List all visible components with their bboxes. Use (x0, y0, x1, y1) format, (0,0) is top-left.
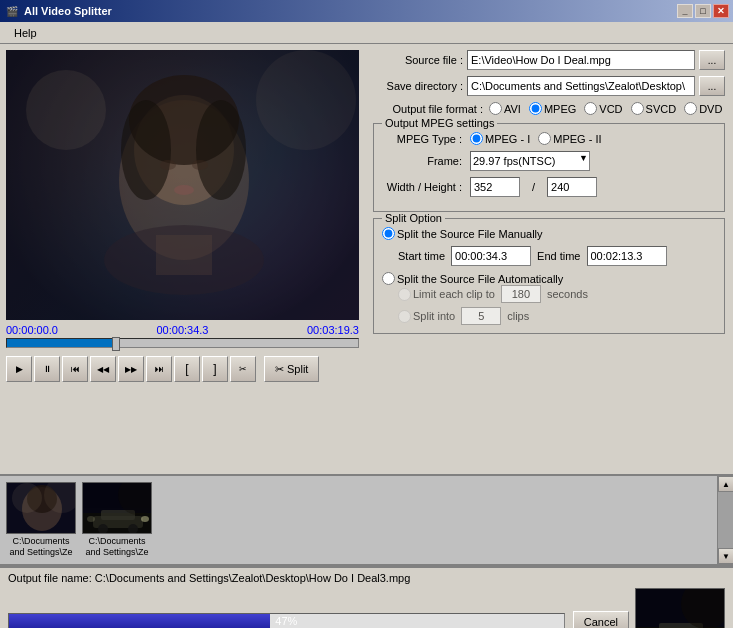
close-button[interactable]: ✕ (713, 4, 729, 18)
source-browse-button[interactable]: ... (699, 50, 725, 70)
thumbnail-item-1[interactable]: C:\Documentsand Settings\Ze (82, 482, 152, 558)
limit-value-input[interactable] (501, 285, 541, 303)
thumbnail-scrollbar[interactable]: ▲ ▼ (717, 476, 733, 564)
format-svcd[interactable]: SVCD (631, 102, 677, 115)
save-dir-input[interactable] (467, 76, 695, 96)
limit-clip-row: Limit each clip to seconds (398, 285, 716, 303)
mark-out-button[interactable]: ] (202, 356, 228, 382)
rewind-button[interactable]: ⏮ (62, 356, 88, 382)
manual-split-radio[interactable]: Split the Source File Manually (382, 227, 543, 240)
status-bar: Output file name: C:\Documents and Setti… (0, 566, 733, 628)
svg-point-7 (196, 100, 246, 200)
limit-clip-radio[interactable]: Limit each clip to (398, 288, 495, 301)
progress-fill (9, 614, 270, 628)
frame-row: Frame: 29.97 fps(NTSC) 25 fps(PAL) 23.97… (382, 151, 716, 171)
format-dvd[interactable]: DVD (684, 102, 722, 115)
mpeg-type-radio: MPEG - I MPEG - II (470, 132, 602, 145)
split-option-title: Split Option (382, 212, 445, 224)
split-unit: clips (507, 310, 529, 322)
output-filename-label: Output file name: (8, 572, 92, 584)
timeline-thumb[interactable] (112, 337, 120, 351)
pause-button[interactable]: ⏸ (34, 356, 60, 382)
split-into-row: Split into clips (398, 307, 716, 325)
end-time-input[interactable] (587, 246, 667, 266)
mpeg1-radio[interactable]: MPEG - I (470, 132, 530, 145)
width-input[interactable] (470, 177, 520, 197)
scissors-button[interactable]: ✂ (230, 356, 256, 382)
thumbnail-image-1 (82, 482, 152, 534)
start-time-input[interactable] (451, 246, 531, 266)
menu-bar: Help (0, 22, 733, 44)
manual-split-label: Split the Source File Manually (397, 228, 543, 240)
wh-label: Width / Height : (382, 181, 462, 193)
main-content: 00:00:00.0 00:00:34.3 00:03:19.3 ▶ ⏸ ⏮ ◀… (0, 44, 733, 474)
split-label: Split (287, 363, 308, 375)
wh-separator: / (532, 181, 535, 193)
svg-point-9 (104, 225, 264, 295)
mpeg-settings-title: Output MPEG settings (382, 117, 497, 129)
save-dir-row: Save directory : ... (373, 76, 725, 96)
thumb-svg-0 (7, 483, 76, 534)
mpeg-type-row: MPEG Type : MPEG - I MPEG - II (382, 132, 716, 145)
title-bar: 🎬 All Video Splitter _ □ ✕ (0, 0, 733, 22)
maximize-button[interactable]: □ (695, 4, 711, 18)
save-dir-label: Save directory : (373, 80, 463, 92)
help-menu[interactable]: Help (6, 25, 45, 41)
output-filename-value: C:\Documents and Settings\Zealot\Desktop… (95, 572, 410, 584)
step-forward-button[interactable]: ▶▶ (118, 356, 144, 382)
wh-row: Width / Height : / (382, 177, 716, 197)
video-content-svg (6, 50, 359, 320)
status-preview-thumb (635, 588, 725, 628)
source-file-row: Source file : ... (373, 50, 725, 70)
timeline-track[interactable] (6, 338, 359, 348)
svg-point-12 (174, 185, 194, 195)
thumb-svg-1 (83, 483, 152, 534)
thumbnail-strip: C:\Documentsand Settings\Ze C:\Documents… (0, 474, 733, 566)
controls-row: ▶ ⏸ ⏮ ◀◀ ▶▶ ⏭ [ ] ✂ ✂ Split (6, 356, 359, 382)
limit-unit: seconds (547, 288, 588, 300)
end-time-label: End time (537, 250, 580, 262)
scroll-up-button[interactable]: ▲ (718, 476, 733, 492)
split-into-radio[interactable]: Split into (398, 310, 455, 323)
window-title: All Video Splitter (24, 5, 677, 17)
status-thumb-svg (636, 589, 725, 628)
format-mpeg[interactable]: MPEG (529, 102, 576, 115)
svg-point-6 (121, 100, 171, 200)
height-input[interactable] (547, 177, 597, 197)
format-row: Output file format : AVI MPEG VCD SVCD D… (373, 102, 725, 115)
scroll-track[interactable] (718, 492, 733, 548)
start-time-label: Start time (398, 250, 445, 262)
mpeg2-radio[interactable]: MPEG - II (538, 132, 601, 145)
play-button[interactable]: ▶ (6, 356, 32, 382)
mpeg-settings-group: Output MPEG settings MPEG Type : MPEG - … (373, 123, 725, 212)
format-avi[interactable]: AVI (489, 102, 521, 115)
split-into-input[interactable] (461, 307, 501, 325)
save-browse-button[interactable]: ... (699, 76, 725, 96)
current-time: 00:00:00.0 (6, 324, 58, 336)
auto-split-label: Split the Source File Automatically (397, 273, 563, 285)
scroll-down-button[interactable]: ▼ (718, 548, 733, 564)
thumbnail-item-0[interactable]: C:\Documentsand Settings\Ze (6, 482, 76, 558)
source-file-input[interactable] (467, 50, 695, 70)
svg-point-16 (12, 483, 42, 513)
output-filename-row: Output file name: C:\Documents and Setti… (8, 572, 725, 584)
cancel-button[interactable]: Cancel (573, 611, 629, 628)
minimize-button[interactable]: _ (677, 4, 693, 18)
progress-label: 47% (275, 615, 297, 627)
progress-row: 47% Cancel (8, 588, 725, 628)
mark-in-button[interactable]: [ (174, 356, 200, 382)
fast-forward-button[interactable]: ⏭ (146, 356, 172, 382)
format-vcd[interactable]: VCD (584, 102, 622, 115)
step-back-button[interactable]: ◀◀ (90, 356, 116, 382)
split-into-label: Split into (413, 310, 455, 322)
manual-split-row: Split the Source File Manually (382, 227, 716, 240)
split-button[interactable]: ✂ Split (264, 356, 319, 382)
time-labels: 00:00:00.0 00:00:34.3 00:03:19.3 (6, 324, 359, 336)
svg-point-24 (141, 516, 149, 522)
thumbnail-label-1: C:\Documentsand Settings\Ze (85, 536, 148, 558)
progress-bar: 47% (8, 613, 565, 628)
frame-select[interactable]: 29.97 fps(NTSC) 25 fps(PAL) 23.976 fps 3… (470, 151, 590, 171)
auto-split-radio[interactable]: Split the Source File Automatically (382, 272, 563, 285)
time-range-row: Start time End time (398, 246, 716, 266)
format-label: Output file format : (373, 103, 483, 115)
